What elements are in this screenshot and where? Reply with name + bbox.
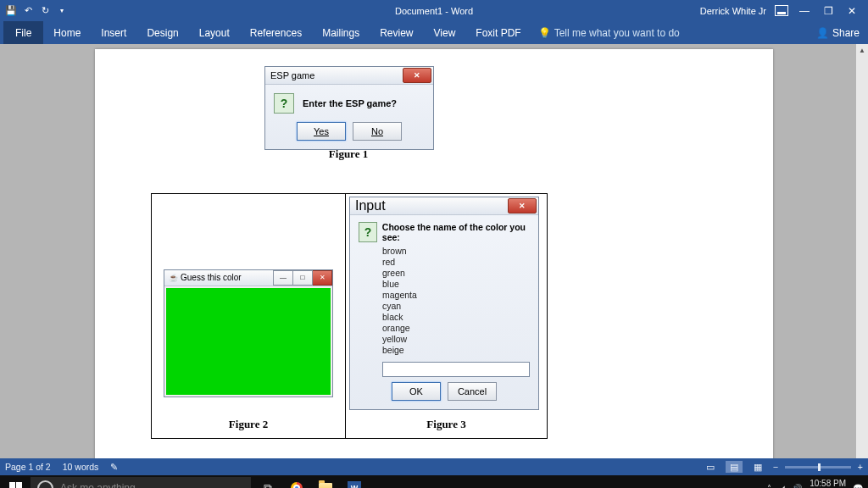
tab-view[interactable]: View: [424, 21, 466, 44]
esp-game-dialog: ESP game ✕ ? Enter the ESP game? Yes No: [264, 66, 434, 150]
dialog-close-button[interactable]: ✕: [403, 68, 431, 83]
share-icon: 👤: [816, 27, 829, 39]
tell-me-search[interactable]: 💡 Tell me what you want to do: [538, 27, 680, 39]
color-option: cyan: [382, 301, 530, 312]
zoom-in-button[interactable]: +: [858, 462, 863, 472]
close-button[interactable]: ✕: [844, 5, 860, 17]
tab-foxit-pdf[interactable]: Foxit PDF: [465, 21, 531, 44]
redo-icon[interactable]: ↻: [39, 5, 51, 17]
status-bar: Page 1 of 2 10 words ✎ ▭ ▤ ▦ − +: [0, 458, 868, 475]
time-label: 10:58 PM: [809, 479, 847, 488]
color-input-field[interactable]: [382, 362, 530, 377]
zoom-out-button[interactable]: −: [773, 462, 778, 472]
ribbon-display-icon[interactable]: [775, 5, 788, 16]
color-option: blue: [382, 279, 530, 290]
color-option: green: [382, 268, 530, 279]
color-swatch: [166, 288, 331, 395]
color-option: yellow: [382, 334, 530, 345]
figure3-cell: Input ✕ ? Choose the name of the color y…: [346, 193, 548, 439]
qat-customize-icon[interactable]: ▾: [56, 5, 68, 17]
task-view-icon[interactable]: ⧉: [254, 475, 281, 488]
tray-chevron-icon[interactable]: ˄: [767, 484, 771, 489]
window-minimize-button[interactable]: —: [273, 270, 293, 286]
color-option: magenta: [382, 290, 530, 301]
windows-taskbar: Ask me anything ⧉ W ˄ ◢ 🔊 10:58 PM 3/20/…: [0, 475, 868, 488]
page-indicator[interactable]: Page 1 of 2: [5, 462, 51, 472]
wifi-icon[interactable]: ◢: [778, 484, 785, 489]
tab-insert[interactable]: Insert: [91, 21, 136, 44]
input-dialog-titlebar: Input ✕: [350, 197, 538, 215]
start-button[interactable]: [0, 475, 31, 488]
cortana-search[interactable]: Ask me anything: [31, 477, 251, 488]
input-dialog: Input ✕ ? Choose the name of the color y…: [349, 197, 539, 410]
color-option: red: [382, 257, 530, 268]
zoom-slider[interactable]: [785, 466, 851, 469]
color-option: orange: [382, 323, 530, 334]
word-count[interactable]: 10 words: [63, 462, 99, 472]
read-mode-icon[interactable]: ▭: [702, 461, 719, 473]
color-option: beige: [382, 345, 530, 356]
action-center-icon[interactable]: 💬: [853, 484, 863, 489]
figure2-cell: ☕ Guess this color — □ ✕ Figure 2: [151, 193, 346, 439]
cortana-icon: [37, 480, 53, 489]
input-dialog-title-label: Input: [355, 198, 386, 214]
window-title-label: Guess this color: [181, 273, 242, 282]
vertical-scrollbar[interactable]: ▲: [856, 44, 868, 458]
figure1-caption: Figure 1: [264, 147, 432, 161]
figure-grid: ☕ Guess this color — □ ✕ Figure 2: [151, 193, 548, 439]
restore-button[interactable]: ❐: [821, 5, 836, 17]
question-icon: ?: [359, 222, 377, 242]
dialog-title-label: ESP game: [270, 70, 314, 80]
document-workspace: ▲ ESP game ✕ ? Enter the ESP game? Yes N…: [0, 44, 868, 458]
save-icon[interactable]: 💾: [5, 5, 17, 17]
tab-layout[interactable]: Layout: [189, 21, 240, 44]
tab-file[interactable]: File: [3, 21, 43, 44]
window-titlebar: ☕ Guess this color — □ ✕: [164, 270, 332, 286]
guess-color-window: ☕ Guess this color — □ ✕: [164, 269, 333, 397]
color-options-list: brown red green blue magenta cyan black …: [350, 242, 538, 361]
question-icon: ?: [274, 93, 294, 114]
tab-mailings[interactable]: Mailings: [312, 21, 370, 44]
chrome-icon[interactable]: [283, 475, 310, 488]
proofing-icon[interactable]: ✎: [110, 462, 118, 472]
word-titlebar: 💾 ↶ ↻ ▾ Document1 - Word Derrick White J…: [0, 0, 868, 21]
web-layout-icon[interactable]: ▦: [749, 461, 766, 473]
figure2-caption: Figure 2: [152, 418, 345, 431]
cancel-button[interactable]: Cancel: [448, 382, 497, 401]
document-title: Document1 - Word: [395, 6, 473, 16]
scroll-up-icon[interactable]: ▲: [856, 44, 868, 56]
tab-review[interactable]: Review: [370, 21, 423, 44]
print-layout-icon[interactable]: ▤: [726, 461, 743, 473]
yes-button[interactable]: Yes: [297, 122, 346, 141]
tell-me-placeholder: Tell me what you want to do: [554, 27, 680, 39]
user-name: Derrick White Jr: [700, 6, 766, 16]
tab-design[interactable]: Design: [136, 21, 188, 44]
document-page: ESP game ✕ ? Enter the ESP game? Yes No …: [95, 49, 773, 458]
input-dialog-close-button[interactable]: ✕: [508, 198, 537, 214]
search-placeholder: Ask me anything: [60, 482, 136, 488]
dialog-titlebar: ESP game ✕: [265, 67, 433, 85]
input-prompt-label: Choose the name of the color you see:: [382, 222, 530, 242]
word-taskbar-icon[interactable]: W: [341, 475, 368, 488]
bulb-icon: 💡: [538, 27, 551, 39]
figure3-caption: Figure 3: [346, 418, 547, 431]
clock[interactable]: 10:58 PM 3/20/2017: [809, 479, 847, 488]
system-tray: ˄ ◢ 🔊 10:58 PM 3/20/2017 💬: [767, 479, 864, 488]
esp-prompt-label: Enter the ESP game?: [303, 98, 397, 108]
color-option: brown: [382, 246, 530, 257]
java-icon: ☕: [168, 273, 178, 283]
volume-icon[interactable]: 🔊: [792, 484, 802, 489]
ribbon-tabs: File Home Insert Design Layout Reference…: [0, 21, 868, 44]
window-close-button[interactable]: ✕: [313, 270, 332, 286]
window-maximize-button[interactable]: □: [293, 270, 313, 286]
tab-references[interactable]: References: [240, 21, 312, 44]
color-option: black: [382, 312, 530, 323]
file-explorer-icon[interactable]: [312, 475, 339, 488]
minimize-button[interactable]: —: [797, 5, 812, 17]
share-label: Share: [832, 27, 860, 39]
no-button[interactable]: No: [353, 122, 402, 141]
undo-icon[interactable]: ↶: [22, 5, 34, 17]
share-button[interactable]: 👤 Share: [816, 27, 860, 39]
tab-home[interactable]: Home: [43, 21, 91, 44]
ok-button[interactable]: OK: [392, 382, 441, 401]
